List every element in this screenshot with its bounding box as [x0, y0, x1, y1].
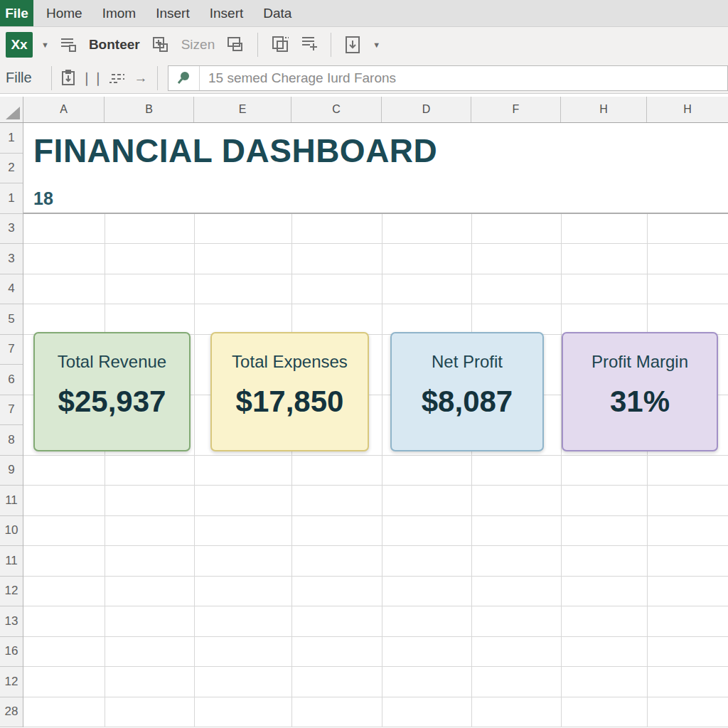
row-header[interactable]: 28 [0, 697, 23, 728]
name-box[interactable]: Fille [6, 70, 47, 86]
column-header[interactable]: D [382, 97, 471, 122]
kpi-card-total-expenses[interactable]: Total Expenses $17,850 [210, 332, 369, 451]
kpi-value: 31% [610, 385, 670, 419]
gridline [561, 214, 562, 728]
row-header[interactable]: 16 [0, 637, 23, 668]
app-logo-button[interactable]: Xx [6, 32, 33, 58]
right-arrow-icon[interactable]: → [129, 70, 153, 86]
menu-bar: File Home Imom Insert Insert Data [0, 0, 728, 27]
row-header[interactable]: 7 [0, 395, 23, 426]
formula-bar: Fille ❘❘ → 15 semed Cherage Iurd Farons [0, 63, 728, 94]
row-header[interactable]: 11 [0, 546, 23, 577]
column-header[interactable]: F [471, 97, 561, 122]
file-menu-tab[interactable]: File [0, 0, 33, 26]
bonteer-button[interactable]: Bonteer [86, 37, 143, 53]
list-settings-icon[interactable] [58, 34, 79, 55]
kpi-label: Net Profit [432, 352, 503, 372]
select-all-triangle-icon [6, 107, 20, 119]
ribbon-toolbar: Xx ▼ Bonteer Sizen [0, 27, 728, 63]
kpi-card-total-revenue[interactable]: Total Revenue $25,937 [33, 332, 191, 451]
insert-rows-icon[interactable] [298, 34, 319, 55]
row-header[interactable]: 7 [0, 335, 23, 365]
kpi-card-net-profit[interactable]: Net Profit $8,087 [390, 332, 544, 451]
paste-clipboard-icon[interactable] [56, 69, 80, 87]
title-cell-zone[interactable]: FINANCIAL DASHBOARD 18 [23, 123, 728, 214]
row-header[interactable]: 2 [0, 154, 23, 184]
gridline [291, 214, 292, 728]
row-header[interactable]: 10 [0, 516, 23, 547]
grid-lines [23, 214, 728, 728]
column-header-row: A B E C D F H H [0, 97, 728, 123]
gridline [194, 214, 195, 728]
kpi-value: $8,087 [422, 385, 513, 419]
formula-separator [51, 66, 52, 90]
subtitle-cell-value: 18 [33, 188, 53, 209]
menu-item-insert[interactable]: Insert [149, 0, 197, 26]
row-header[interactable]: 3 [0, 244, 23, 274]
menu-item-data[interactable]: Data [256, 0, 299, 26]
kpi-label: Total Expenses [232, 352, 348, 372]
sheet-area[interactable]: FINANCIAL DASHBOARD 18 Total Revenue $25… [23, 123, 728, 727]
row-header[interactable]: 8 [0, 425, 23, 456]
column-header[interactable]: E [194, 97, 291, 122]
sizen-button[interactable]: Sizen [178, 37, 218, 53]
row-header[interactable]: 4 [0, 274, 23, 305]
toolbar-separator [331, 33, 331, 57]
gridline [647, 214, 648, 728]
kpi-value: $25,937 [58, 385, 166, 419]
row-header[interactable]: 5 [0, 304, 23, 335]
row-headers: 1213345767891110111213161228 [0, 123, 23, 727]
column-header[interactable]: B [105, 97, 194, 122]
column-header[interactable]: C [291, 97, 382, 122]
windows-overlap-icon[interactable] [225, 34, 246, 55]
spreadsheet-grid[interactable]: 1213345767891110111213161228 FINANCIAL D… [0, 123, 728, 727]
add-box-icon[interactable] [150, 34, 171, 55]
chevron-down-icon[interactable]: ▼ [40, 41, 50, 49]
formula-input[interactable]: 15 semed Cherage Iurd Farons [168, 65, 728, 91]
kpi-label: Total Revenue [58, 352, 166, 372]
search-icon[interactable] [168, 66, 200, 90]
select-all-corner[interactable] [0, 97, 23, 122]
export-document-icon[interactable] [343, 34, 364, 55]
row-header[interactable]: 3 [0, 214, 23, 245]
gridline [471, 214, 472, 728]
kpi-value: $17,850 [236, 385, 344, 419]
row-header[interactable]: 11 [0, 486, 23, 516]
row-header[interactable]: 13 [0, 606, 23, 637]
dashboard-title: FINANCIAL DASHBOARD [33, 132, 437, 170]
row-header[interactable]: 6 [0, 365, 23, 395]
outline-list-icon[interactable] [105, 70, 129, 87]
gridline [382, 214, 382, 728]
toolbar-separator [257, 33, 258, 57]
menu-item-insert-2[interactable]: Insert [203, 0, 251, 26]
row-header[interactable]: 1 [0, 123, 23, 154]
formula-text: 15 semed Cherage Iurd Farons [200, 70, 396, 86]
row-header[interactable]: 1 [0, 183, 23, 214]
gridline [105, 214, 105, 728]
copy-pages-icon[interactable] [269, 34, 291, 55]
formula-separator [157, 66, 158, 90]
menu-item-home[interactable]: Home [39, 0, 90, 26]
row-header[interactable]: 12 [0, 577, 23, 607]
column-header[interactable]: A [23, 97, 105, 122]
menu-item-imom[interactable]: Imom [95, 0, 144, 26]
kpi-label: Profit Margin [592, 352, 688, 372]
column-header[interactable]: H [647, 97, 728, 122]
kpi-card-profit-margin[interactable]: Profit Margin 31% [562, 332, 718, 451]
row-header[interactable]: 9 [0, 456, 23, 486]
column-header[interactable]: H [561, 97, 647, 122]
chevron-down-icon[interactable]: ▼ [371, 41, 382, 49]
row-header[interactable]: 12 [0, 667, 23, 697]
pause-bars-icon[interactable]: ❘❘ [80, 70, 105, 86]
